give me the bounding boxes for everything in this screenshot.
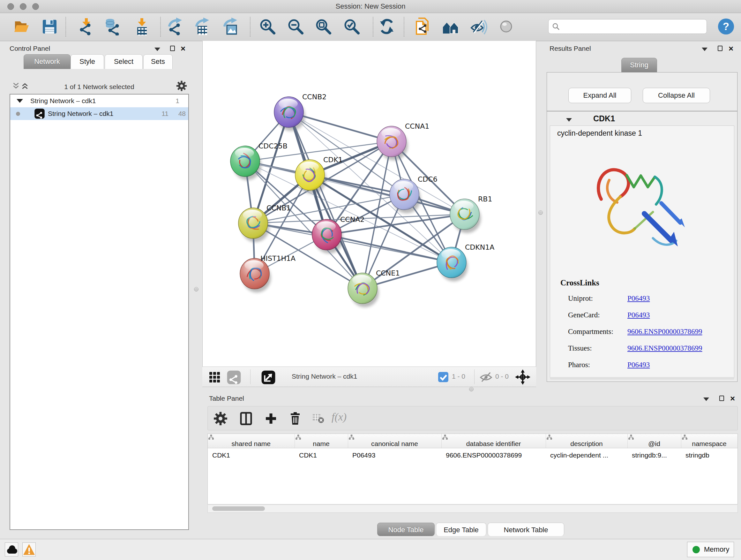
node-label: CDC6 (418, 175, 437, 183)
export-network-icon[interactable] (166, 17, 185, 36)
show-hide-graphics-icon[interactable] (469, 17, 488, 36)
column-header-description[interactable]: description (546, 434, 627, 448)
help-icon[interactable]: ? (718, 18, 735, 36)
expand-all-button[interactable]: Expand All (568, 88, 631, 103)
table-panel-float-icon[interactable] (719, 395, 724, 402)
control-panel-close-icon[interactable]: × (181, 46, 185, 51)
create-column-icon[interactable] (264, 412, 279, 426)
save-session-icon[interactable] (41, 17, 59, 36)
table-hscrollbar-thumb[interactable] (212, 506, 265, 511)
network-node-cdkn1a[interactable] (437, 247, 466, 278)
cloud-status-icon[interactable] (5, 543, 18, 557)
crosslink-label: Tissues: (568, 344, 592, 353)
network-grid-mode-icon[interactable] (208, 371, 221, 384)
zoom-fit-icon[interactable] (314, 17, 333, 36)
import-network-file-icon[interactable] (77, 17, 96, 36)
import-network-database-icon[interactable] (103, 17, 122, 36)
import-table-file-icon[interactable] (133, 17, 151, 36)
column-header-canonical-name[interactable]: canonical name (348, 434, 441, 448)
column-header-shared-name[interactable]: shared name (208, 434, 294, 448)
cdk1-collapse-icon[interactable] (566, 117, 572, 123)
table-row[interactable]: CDK1CDK1P064939606.ENSP00000378699cyclin… (208, 448, 738, 462)
right-splitter-handle[interactable] (538, 210, 543, 215)
control-panel-title: Control Panel (10, 45, 50, 52)
crosslink-label: Compartments: (568, 327, 613, 336)
zoom-selected-icon[interactable] (343, 17, 361, 36)
network-status-icon (497, 17, 516, 36)
node-label: CCNB1 (266, 204, 291, 212)
table-panel-menu-icon[interactable] (703, 396, 709, 402)
table-panel-close-icon[interactable]: × (730, 396, 735, 401)
tree-expander-icon[interactable] (17, 99, 23, 103)
hidden-node-edge-count: 0 - 0 (495, 373, 509, 380)
network-tree-row[interactable]: String Network – cdk11 (10, 95, 188, 107)
network-node-rb1[interactable] (450, 199, 479, 230)
network-node-ccnb1[interactable] (239, 208, 268, 239)
tab-network[interactable]: Network (23, 54, 71, 69)
detach-view-icon[interactable] (261, 370, 276, 385)
tab-select[interactable]: Select (105, 54, 143, 69)
apply-preferred-layout-icon[interactable] (378, 17, 396, 36)
tab-node-table[interactable]: Node Table (377, 523, 434, 536)
tab-string[interactable]: String (621, 58, 657, 72)
export-image-icon[interactable] (222, 17, 240, 36)
tab-sets[interactable]: Sets (143, 54, 173, 69)
open-session-icon[interactable] (13, 17, 31, 36)
crosslink-value-link[interactable]: 9606.ENSP00000378699 (627, 327, 702, 336)
column-header--id[interactable]: @id (627, 434, 681, 448)
tab-style[interactable]: Style (71, 54, 104, 69)
column-header-name[interactable]: name (294, 434, 348, 448)
hidden-eye-icon[interactable] (479, 371, 493, 383)
import-string-network-icon[interactable] (413, 17, 432, 36)
network-canvas[interactable]: CCNB2 CCNA1 CDC25B CDK1 CDC6 RB1 (202, 41, 536, 367)
birdseye-navigator-icon[interactable] (515, 369, 530, 385)
memory-button[interactable]: Memory (687, 542, 734, 557)
column-header-database-identifier[interactable]: database identifier (441, 434, 546, 448)
string-app-icon[interactable] (226, 370, 241, 385)
column-header-namespace[interactable]: namespace (681, 434, 738, 448)
network-node-ccna2[interactable] (312, 219, 341, 250)
results-panel-float-icon[interactable] (718, 46, 723, 52)
tab-edge-table[interactable]: Edge Table (436, 523, 486, 536)
results-panel-title: Results Panel (549, 45, 591, 52)
warning-icon[interactable] (22, 543, 36, 557)
network-node-hist1h1a[interactable] (240, 258, 269, 289)
results-panel-menu-icon[interactable] (702, 47, 708, 52)
control-panel-float-icon[interactable] (170, 46, 175, 52)
left-splitter-handle[interactable] (194, 287, 199, 292)
network-edge[interactable] (289, 112, 392, 141)
delete-columns-icon[interactable] (288, 412, 303, 426)
network-node-ccnb2[interactable] (274, 97, 304, 127)
window-title: Session: New Session (0, 2, 741, 10)
crosslink-value-link[interactable]: P06493 (627, 361, 650, 369)
table-cell: P06493 (348, 448, 441, 462)
network-tree: String Network – cdk11String Network – c… (10, 94, 189, 530)
network-node-ccna1[interactable] (377, 126, 406, 157)
protein-description: cyclin-dependent kinase 1 (557, 129, 642, 138)
search-input[interactable] (548, 19, 707, 34)
control-panel-menu-icon[interactable] (154, 47, 160, 52)
network-tree-row[interactable]: String Network – cdk11148 (10, 107, 188, 120)
crosslink-value-link[interactable]: P06493 (627, 294, 650, 303)
zoom-in-icon[interactable] (259, 17, 277, 36)
bottom-splitter-handle[interactable] (469, 387, 474, 391)
collapse-all-button[interactable]: Collapse All (643, 88, 710, 103)
export-table-icon[interactable] (194, 17, 212, 36)
selected-checkbox-icon[interactable] (438, 372, 449, 382)
network-node-cdc6[interactable] (390, 179, 419, 210)
network-node-cdc25b[interactable] (230, 146, 260, 177)
tab-network-table[interactable]: Network Table (488, 523, 564, 536)
network-options-gear-icon[interactable] (176, 80, 187, 91)
zoom-out-icon[interactable] (286, 17, 305, 36)
network-node-ccne1[interactable] (348, 273, 377, 304)
show-columns-icon[interactable] (239, 412, 254, 426)
network-node-cdk1[interactable] (295, 160, 325, 190)
crosslink-value-link[interactable]: P06493 (627, 311, 650, 319)
crosslink-value-link[interactable]: 9606.ENSP00000378699 (627, 344, 702, 353)
table-hscrollbar[interactable] (207, 505, 738, 513)
results-panel-close-icon[interactable]: × (729, 46, 733, 51)
home-icon[interactable] (442, 17, 460, 36)
table-cell: stringdb (681, 448, 738, 462)
results-scrollbar[interactable] (550, 377, 734, 380)
table-options-gear-icon[interactable] (213, 412, 228, 426)
